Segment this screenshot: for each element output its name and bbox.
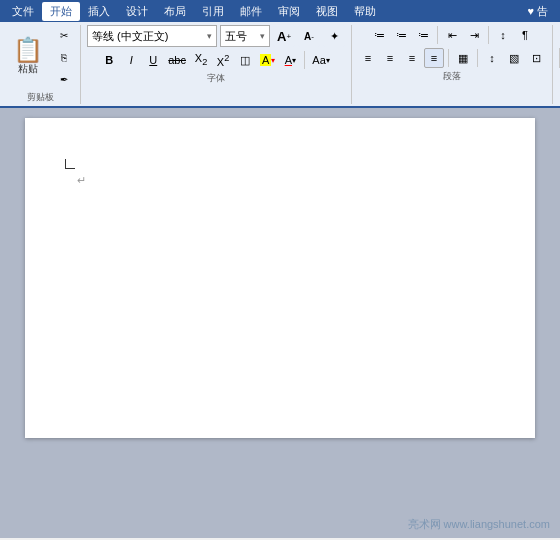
paragraph-group: ≔ ≔ ≔ ⇤ ⇥ ↕ ¶ ≡ ≡ ≡ ≡ ▦ ↕ ▧ ⊡ <box>352 25 553 104</box>
decrease-indent-button[interactable]: ⇤ <box>442 25 462 45</box>
font-size-value: 五号 <box>225 29 247 44</box>
align-left-icon: ≡ <box>365 52 371 64</box>
return-symbol: ↵ <box>77 174 495 187</box>
align-right-icon: ≡ <box>409 52 415 64</box>
highlight-icon: A <box>260 54 271 66</box>
underline-icon: U <box>149 54 157 66</box>
cursor-area: ↵ <box>65 158 495 187</box>
justify-button[interactable]: ≡ <box>424 48 444 68</box>
format-painter-icon: ✒ <box>60 74 68 85</box>
document-page[interactable]: ↵ <box>25 118 535 438</box>
content-area: ↵ <box>0 108 560 538</box>
text-effects-button[interactable]: ◫ <box>235 50 255 70</box>
menu-design[interactable]: 设计 <box>118 2 156 21</box>
columns-button[interactable]: ▦ <box>453 48 473 68</box>
increase-indent-button[interactable]: ⇥ <box>464 25 484 45</box>
clipboard-label: 剪贴板 <box>27 91 54 104</box>
bold-icon: B <box>105 54 113 66</box>
menu-file[interactable]: 文件 <box>4 2 42 21</box>
italic-icon: I <box>130 54 133 66</box>
show-marks-button[interactable]: ¶ <box>515 25 535 45</box>
decrease-indent-icon: ⇤ <box>448 29 457 42</box>
line-spacing-icon: ↕ <box>489 52 495 64</box>
line-spacing-button[interactable]: ↕ <box>482 48 502 68</box>
strikethrough-button[interactable]: abc <box>165 50 189 70</box>
casing-icon: Aa <box>312 54 325 66</box>
shading-icon: ▧ <box>509 52 519 65</box>
cut-button[interactable]: ✂ <box>54 25 74 45</box>
italic-button[interactable]: I <box>121 50 141 70</box>
paste-label: 粘贴 <box>18 62 38 76</box>
copy-button[interactable]: ⎘ <box>54 47 74 67</box>
styles-group: AaBbCc ↵ 正文 <box>553 25 560 104</box>
copy-icon: ⎘ <box>61 52 67 63</box>
multilevel-icon: ≔ <box>418 29 429 42</box>
font-shrink-icon: A <box>304 31 311 42</box>
increase-indent-icon: ⇥ <box>470 29 479 42</box>
casing-button[interactable]: Aa▾ <box>309 50 332 70</box>
paragraph-group-label: 段落 <box>443 70 461 83</box>
align-right-button[interactable]: ≡ <box>402 48 422 68</box>
multilevel-button[interactable]: ≔ <box>413 25 433 45</box>
menu-view[interactable]: 视图 <box>308 2 346 21</box>
subscript-button[interactable]: X2 <box>191 50 211 70</box>
paste-icon: 📋 <box>13 38 43 62</box>
ribbon: 📋 粘贴 ✂ ⎘ ✒ 剪贴板 等线 (中文正文) 五号 <box>0 22 560 108</box>
bullets-button[interactable]: ≔ <box>369 25 389 45</box>
separator <box>304 51 305 69</box>
underline-button[interactable]: U <box>143 50 163 70</box>
superscript-button[interactable]: X2 <box>213 50 233 70</box>
font-color-button[interactable]: A▾ <box>280 50 300 70</box>
sort-button[interactable]: ↕ <box>493 25 513 45</box>
align-center-icon: ≡ <box>387 52 393 64</box>
font-color-icon: A <box>285 54 292 66</box>
cut-icon: ✂ <box>60 30 68 41</box>
font-shrink-button[interactable]: A- <box>298 25 320 47</box>
numbered-button[interactable]: ≔ <box>391 25 411 45</box>
paste-button[interactable]: 📋 粘贴 <box>6 25 50 89</box>
sort-icon: ↕ <box>500 29 506 41</box>
format-painter-button[interactable]: ✒ <box>54 69 74 89</box>
columns-icon: ▦ <box>458 52 468 65</box>
menu-references[interactable]: 引用 <box>194 2 232 21</box>
align-center-button[interactable]: ≡ <box>380 48 400 68</box>
font-name-selector[interactable]: 等线 (中文正文) <box>87 25 217 47</box>
clipboard-group: 📋 粘贴 ✂ ⎘ ✒ 剪贴板 <box>0 25 81 104</box>
font-size-selector[interactable]: 五号 <box>220 25 270 47</box>
menu-layout[interactable]: 布局 <box>156 2 194 21</box>
menu-bar: 文件 开始 插入 设计 布局 引用 邮件 审阅 视图 帮助 ♥ 告 <box>0 0 560 22</box>
font-group: 等线 (中文正文) 五号 A+ A- ✦ B I U abc X2 X2 ◫ A… <box>81 25 352 104</box>
border-icon: ⊡ <box>532 52 541 65</box>
font-name-value: 等线 (中文正文) <box>92 29 168 44</box>
clear-format-icon: ✦ <box>330 30 339 43</box>
text-cursor <box>65 159 75 169</box>
font-grow-button[interactable]: A+ <box>273 25 295 47</box>
sep5 <box>477 49 478 67</box>
menu-help[interactable]: 帮助 <box>346 2 384 21</box>
justify-icon: ≡ <box>431 52 437 64</box>
menu-review[interactable]: 审阅 <box>270 2 308 21</box>
bold-button[interactable]: B <box>99 50 119 70</box>
menu-mailings[interactable]: 邮件 <box>232 2 270 21</box>
border-button[interactable]: ⊡ <box>526 48 546 68</box>
show-marks-icon: ¶ <box>522 29 528 41</box>
clear-format-button[interactable]: ✦ <box>323 25 345 47</box>
menu-extra[interactable]: ♥ 告 <box>519 2 556 21</box>
numbered-icon: ≔ <box>396 29 407 42</box>
menu-insert[interactable]: 插入 <box>80 2 118 21</box>
text-effects-icon: ◫ <box>240 54 250 67</box>
sep2 <box>437 26 438 44</box>
watermark: 亮术网 www.liangshunet.com <box>408 517 550 532</box>
highlight-button[interactable]: A▾ <box>257 50 278 70</box>
strikethrough-icon: abc <box>168 54 186 66</box>
font-grow-icon: A <box>277 29 286 44</box>
shading-button[interactable]: ▧ <box>504 48 524 68</box>
clipboard-mini-buttons: ✂ ⎘ ✒ <box>54 25 74 89</box>
menu-home[interactable]: 开始 <box>42 2 80 21</box>
sep4 <box>448 49 449 67</box>
font-group-label: 字体 <box>207 72 225 85</box>
superscript-icon: X2 <box>217 53 229 68</box>
sep3 <box>488 26 489 44</box>
bullets-icon: ≔ <box>374 29 385 42</box>
align-left-button[interactable]: ≡ <box>358 48 378 68</box>
